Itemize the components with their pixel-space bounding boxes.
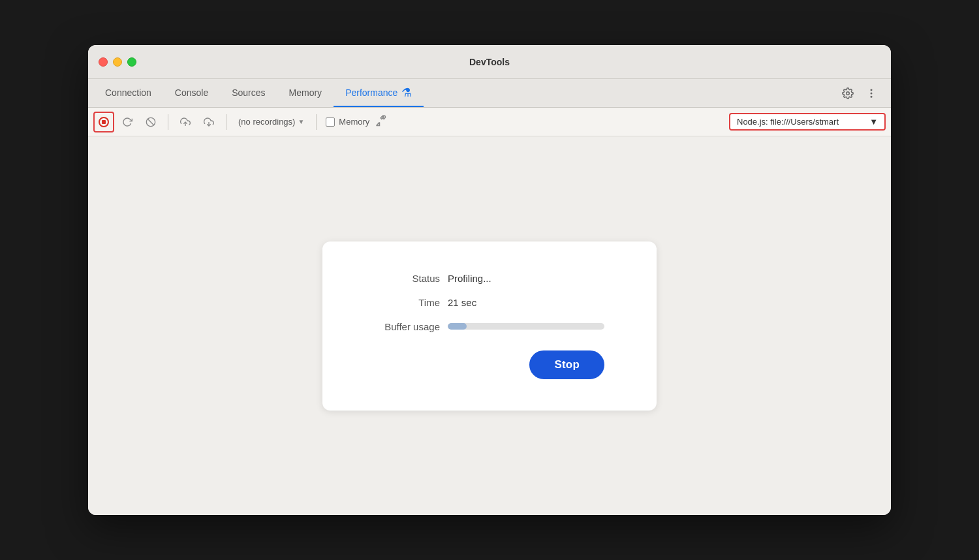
reload-button[interactable]: [117, 112, 138, 132]
traffic-lights: [99, 57, 136, 67]
svg-point-2: [871, 92, 873, 94]
svg-point-1: [871, 89, 873, 91]
memory-section: Memory: [326, 117, 369, 127]
target-dropdown[interactable]: Node.js: file:///Users/stmart ▼: [729, 113, 886, 131]
tab-performance-label: Performance: [345, 87, 397, 98]
time-label: Time: [375, 297, 440, 308]
status-label: Status: [375, 273, 440, 284]
toolbar-divider-2: [226, 114, 226, 130]
window-title: DevTools: [469, 57, 510, 67]
buffer-progress-bar: [448, 323, 604, 330]
toolbar: (no recordings) ▼ Memory Node.js: file:/…: [88, 108, 891, 136]
flask-icon: ⚗: [401, 86, 412, 100]
tab-memory[interactable]: Memory: [277, 79, 334, 107]
devtools-window: DevTools Connection Console Sources Memo…: [88, 45, 891, 515]
tabs-bar: Connection Console Sources Memory Perfor…: [88, 79, 891, 108]
ellipsis-icon: [865, 87, 877, 99]
time-value: 21 sec: [448, 297, 476, 308]
minimize-button[interactable]: [113, 57, 122, 67]
download-icon: [204, 117, 214, 127]
buffer-label: Buffer usage: [375, 321, 440, 332]
tab-sources-label: Sources: [232, 87, 265, 98]
target-dropdown-arrow-icon: ▼: [869, 117, 878, 127]
main-content: Status Profiling... Time 21 sec Buffer u…: [88, 136, 891, 515]
tab-connection-label: Connection: [105, 87, 151, 98]
more-options-button[interactable]: [862, 84, 880, 102]
recordings-dropdown[interactable]: (no recordings) ▼: [233, 114, 309, 129]
tabs-actions: [839, 79, 886, 107]
record-icon: [98, 116, 110, 128]
tab-console-label: Console: [175, 87, 208, 98]
settings-button[interactable]: [839, 84, 857, 102]
close-button[interactable]: [99, 57, 108, 67]
svg-point-3: [871, 95, 873, 97]
stop-btn-row: Stop: [375, 350, 604, 379]
svg-point-0: [847, 91, 850, 95]
cancel-button[interactable]: [140, 112, 161, 132]
time-row: Time 21 sec: [375, 297, 604, 308]
titlebar: DevTools: [88, 45, 891, 79]
memory-checkbox[interactable]: [326, 117, 335, 127]
tab-sources[interactable]: Sources: [220, 79, 277, 107]
stop-button[interactable]: Stop: [529, 350, 604, 379]
gear-icon: [842, 87, 854, 99]
memory-label: Memory: [339, 117, 369, 127]
status-row: Status Profiling...: [375, 273, 604, 284]
recordings-placeholder: (no recordings): [238, 117, 295, 127]
tab-performance[interactable]: Performance ⚗: [334, 79, 424, 107]
reload-icon: [122, 117, 132, 127]
dropdown-arrow-icon: ▼: [298, 118, 304, 125]
broom-icon: [375, 114, 388, 127]
download-button[interactable]: [198, 112, 219, 132]
upload-icon: [180, 117, 191, 127]
upload-button[interactable]: [175, 112, 196, 132]
tabs-spacer: [424, 79, 839, 107]
fullscreen-button[interactable]: [127, 57, 136, 67]
buffer-progress-fill: [448, 323, 467, 330]
tab-memory-label: Memory: [289, 87, 322, 98]
tab-console[interactable]: Console: [163, 79, 220, 107]
status-value: Profiling...: [448, 273, 491, 284]
svg-line-5: [148, 119, 153, 125]
ban-icon: [146, 117, 156, 127]
profiling-card: Status Profiling... Time 21 sec Buffer u…: [322, 241, 657, 411]
target-label: Node.js: file:///Users/stmart: [737, 117, 839, 127]
toolbar-divider-1: [168, 114, 168, 130]
tab-connection[interactable]: Connection: [93, 79, 163, 107]
record-button[interactable]: [93, 112, 114, 132]
toolbar-divider-3: [316, 114, 317, 130]
clean-button[interactable]: [372, 114, 390, 130]
buffer-row: Buffer usage: [375, 321, 604, 332]
